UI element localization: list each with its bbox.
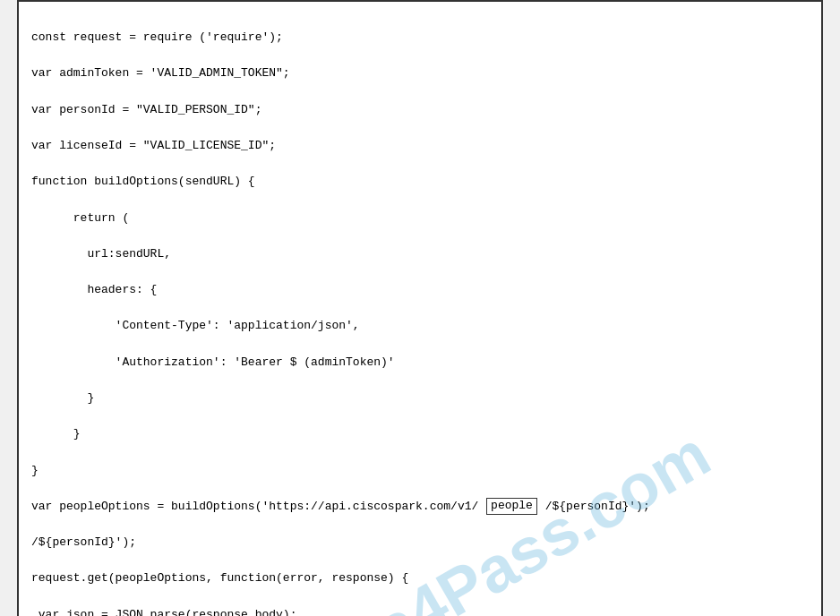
code-line-11: } [31, 391, 94, 405]
blank-people: people [486, 498, 537, 515]
code-line-4: var licenseId = "VALID_LICENSE_ID"; [31, 139, 276, 152]
code-line-15: /${personId}'); [31, 535, 136, 549]
code-block: const request = require ('require'); var… [31, 11, 809, 616]
code-line-17: var json = JSON.parse(response.body); [31, 608, 296, 616]
code-line-1: const request = require ('require'); [31, 30, 283, 44]
code-line-16: request.get(peopleOptions, function(erro… [31, 571, 408, 585]
code-line-10: 'Authorization': 'Bearer $ (adminToken)' [31, 355, 395, 369]
code-container: Lea4Pass.com const request = require ('r… [17, 0, 823, 616]
code-line-3: var personId = "VALID_PERSON_ID"; [31, 103, 261, 116]
code-line-7: url:sendURL, [31, 247, 171, 261]
code-line-8: headers: { [31, 283, 157, 296]
code-line-13: } [31, 464, 39, 477]
code-line-6: return ( [31, 211, 129, 225]
code-line-9: 'Content-Type': 'application/json', [31, 319, 360, 332]
code-line-12: } [31, 427, 81, 441]
code-line-14: var peopleOptions = buildOptions('https:… [31, 500, 650, 513]
code-line-2: var adminToken = 'VALID_ADMIN_TOKEN"; [31, 66, 290, 80]
code-line-5: function buildOptions(sendURL) { [31, 175, 255, 188]
